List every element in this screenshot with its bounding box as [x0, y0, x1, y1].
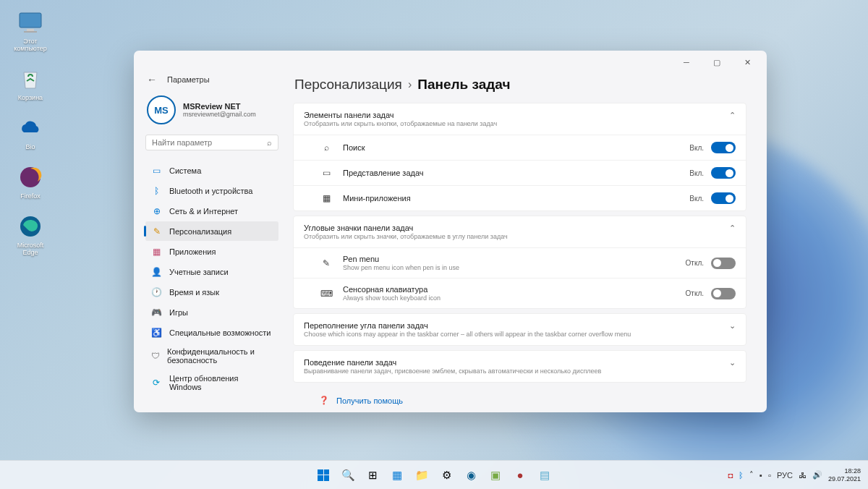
- section-header[interactable]: Поведение панели задач Выравнивание пане…: [294, 351, 746, 382]
- taskbar-app-icon[interactable]: ▣: [485, 465, 506, 485]
- tray-language[interactable]: РУС: [777, 471, 793, 480]
- row-label: Сенсорная клавиатура: [343, 285, 686, 294]
- close-button[interactable]: ✕: [732, 52, 762, 72]
- tray-volume-icon[interactable]: 🔊: [812, 470, 822, 480]
- toggle-state: Вкл.: [689, 144, 704, 152]
- nav-icon: 👤: [151, 266, 162, 277]
- help-label: Получить помощь: [336, 396, 403, 405]
- nav-icon: 🛡: [151, 351, 160, 362]
- nav-item[interactable]: ♿Специальные возможности: [145, 323, 278, 342]
- search-input[interactable]: [152, 138, 267, 147]
- chevron-down-icon: ⌄: [729, 321, 736, 331]
- nav-icon: 🎮: [151, 307, 162, 318]
- nav-icon: ᛒ: [151, 185, 162, 196]
- tray-icon[interactable]: ▪: [760, 471, 762, 480]
- nav-item[interactable]: 🕐Время и язык: [145, 282, 278, 302]
- taskbar-widgets-icon[interactable]: ▦: [387, 465, 407, 485]
- minimize-button[interactable]: ─: [671, 52, 702, 72]
- nav-label: Персонализация: [169, 227, 231, 236]
- tray-network-icon[interactable]: 🖧: [799, 471, 807, 480]
- nav-list: ▭СистемаᛒBluetooth и устройства⊕Сеть & и…: [145, 161, 278, 396]
- nav-icon: ✎: [151, 226, 162, 237]
- start-button[interactable]: [313, 465, 333, 485]
- avatar: MS: [147, 95, 176, 124]
- toggle-switch[interactable]: [711, 142, 736, 153]
- toggle-state: Вкл.: [689, 195, 704, 203]
- toggle-switch[interactable]: [711, 167, 736, 179]
- nav-icon: ▭: [151, 165, 162, 176]
- search-icon: ⌕: [267, 138, 272, 147]
- desktop-icon-firefox[interactable]: Firefox: [9, 163, 52, 200]
- maximize-button[interactable]: ▢: [702, 52, 732, 72]
- nav-item[interactable]: ▭Система: [145, 161, 278, 180]
- clock-date: 29.07.2021: [828, 475, 861, 483]
- keyboard-icon: ⌨: [320, 289, 333, 299]
- nav-item[interactable]: ⊕Сеть & и Интернет: [145, 201, 278, 221]
- chevron-right-icon: ›: [408, 78, 412, 91]
- desktop-icon-label: Корзина: [18, 94, 43, 101]
- taskbar-clock[interactable]: 18:28 29.07.2021: [828, 467, 861, 483]
- nav-item[interactable]: 👤Учетные записи: [145, 262, 278, 281]
- clock-time: 18:28: [828, 467, 861, 475]
- back-button[interactable]: ←: [147, 74, 157, 85]
- row-label: Поиск: [343, 143, 689, 152]
- settings-main: Персонализация › Панель задач Элементы п…: [286, 74, 767, 412]
- nav-label: Время и язык: [169, 288, 219, 297]
- nav-item[interactable]: 🛡Конфиденциальность и безопасность: [145, 343, 278, 369]
- row-label: Представление задач: [343, 169, 689, 177]
- taskbar-app-icon[interactable]: ●: [510, 465, 530, 485]
- breadcrumb-parent[interactable]: Персонализация: [294, 77, 402, 93]
- toggle-switch[interactable]: [711, 258, 736, 269]
- system-tray: ◘ ᛒ ˄ ▪ ▫ РУС 🖧 🔊 18:28 29.07.2021: [728, 467, 861, 483]
- taskbar-taskview-icon[interactable]: ⊞: [362, 465, 383, 485]
- svg-rect-0: [20, 13, 41, 27]
- section-title: Переполнение угла панели задач: [304, 321, 631, 330]
- cloud-icon: [17, 114, 44, 142]
- tray-icon[interactable]: ▫: [768, 471, 771, 480]
- profile-email: msreviewnet@gmail.com: [183, 111, 256, 118]
- taskbar-edge-icon[interactable]: ◉: [461, 465, 481, 485]
- taskbar-app-icon[interactable]: ▤: [535, 465, 555, 485]
- profile-card[interactable]: MS MSReview NET msreviewnet@gmail.com: [145, 91, 278, 135]
- app-title: Параметры: [167, 75, 210, 84]
- taskbar-search-icon[interactable]: 🔍: [338, 465, 358, 485]
- taskbar-settings-icon[interactable]: ⚙: [436, 465, 456, 485]
- nav-item[interactable]: 🎮Игры: [145, 302, 278, 322]
- row-sublabel: Show pen menu icon when pen is in use: [343, 264, 686, 271]
- desktop-icon-edge[interactable]: Microsoft Edge: [9, 213, 52, 256]
- tray-icon[interactable]: ◘: [728, 471, 733, 480]
- search-box[interactable]: ⌕: [145, 135, 278, 150]
- pc-icon: [17, 9, 44, 36]
- toggle-switch[interactable]: [711, 288, 736, 299]
- settings-row: ▦ Мини-приложения Вкл.: [294, 185, 746, 211]
- section-header[interactable]: Угловые значки панели задач Отобразить и…: [294, 216, 746, 247]
- toggle-switch[interactable]: [711, 192, 736, 204]
- taskbar-explorer-icon[interactable]: 📁: [412, 465, 432, 485]
- desktop-icon-recycle-bin[interactable]: Корзина: [9, 65, 52, 101]
- nav-item[interactable]: ✎Персонализация: [145, 221, 278, 241]
- settings-sidebar: ← Параметры MS MSReview NET msreviewnet@…: [134, 74, 286, 412]
- breadcrumb: Персонализация › Панель задач: [293, 74, 746, 103]
- section-header[interactable]: Элементы панели задач Отобразить или скр…: [294, 103, 746, 135]
- desktop-icon-onedrive[interactable]: Bio: [9, 114, 52, 150]
- chevron-up-icon: ⌃: [729, 111, 736, 120]
- section-header[interactable]: Переполнение угла панели задач Choose wh…: [294, 314, 746, 345]
- firefox-icon: [17, 163, 44, 191]
- help-links: ❓ Получить помощь ✎ Отправить отзыв: [293, 387, 746, 412]
- nav-item[interactable]: ᛒBluetooth и устройства: [145, 181, 278, 200]
- tray-chevron-up-icon[interactable]: ˄: [749, 470, 754, 480]
- section-title: Поведение панели задач: [304, 358, 601, 367]
- nav-icon: ♿: [151, 327, 162, 338]
- nav-item[interactable]: ▦Приложения: [145, 242, 278, 261]
- widgets-icon: ▦: [320, 193, 333, 203]
- desktop-icon-this-pc[interactable]: Этот компьютер: [9, 9, 52, 52]
- section-subtitle: Отобразить или скрыть кнопки, отображаем…: [304, 120, 497, 127]
- svg-rect-2: [24, 31, 37, 33]
- feedback-link[interactable]: ✎ Отправить отзыв: [319, 408, 745, 412]
- nav-item[interactable]: ⟳Центр обновления Windows: [145, 370, 278, 396]
- tray-bluetooth-icon[interactable]: ᛒ: [739, 471, 744, 480]
- feedback-icon: ✎: [319, 411, 329, 412]
- get-help-link[interactable]: ❓ Получить помощь: [319, 393, 745, 408]
- nav-label: Специальные возможности: [169, 328, 271, 337]
- section-title: Угловые значки панели задач: [304, 224, 508, 232]
